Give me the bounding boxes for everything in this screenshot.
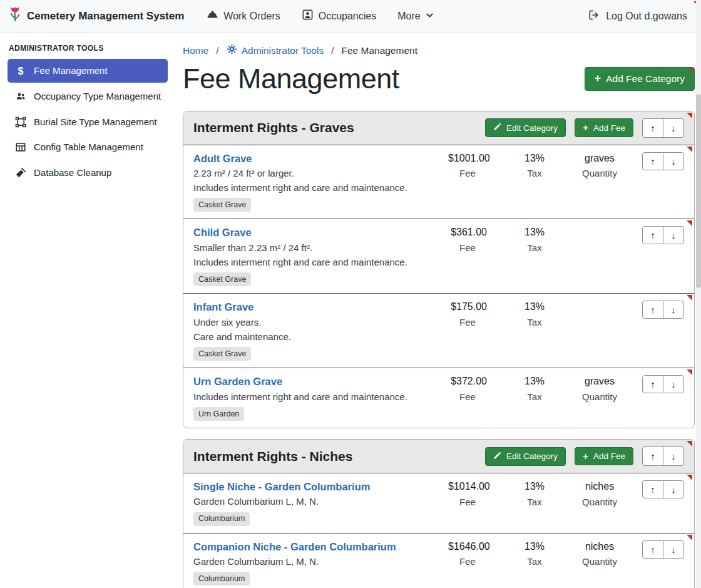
fee-col: $1001.00 Fee bbox=[448, 152, 487, 179]
quantity-col: graves Quantity bbox=[571, 375, 628, 402]
category-actions: Edit Category + Add Fee ↑ ↓ bbox=[485, 446, 684, 466]
fee-label: Fee bbox=[448, 497, 487, 507]
fee-move-down-button[interactable]: ↓ bbox=[663, 301, 684, 319]
fee-details: Companion Niche - Garden Columbarium Gar… bbox=[193, 540, 448, 586]
quantity-label: Quantity bbox=[571, 497, 628, 507]
sidebar-item-occupancy-type-management[interactable]: Occupancy Type Management bbox=[8, 85, 168, 108]
fee-move-down-button[interactable]: ↓ bbox=[663, 226, 684, 244]
tax-value: 13% bbox=[516, 375, 553, 388]
fee-details: Urn Garden Grave Includes interment righ… bbox=[193, 375, 448, 421]
fee-move-down-button[interactable]: ↓ bbox=[663, 480, 684, 498]
category-move-down-button[interactable]: ↓ bbox=[663, 446, 684, 466]
edit-category-button[interactable]: Edit Category bbox=[485, 447, 566, 466]
top-navbar: Cemetery Management System Work Orders O… bbox=[0, 0, 701, 33]
fee-move-up-button[interactable]: ↑ bbox=[642, 152, 663, 170]
fee-label: Fee bbox=[448, 168, 487, 178]
fee-move-down-button[interactable]: ↓ bbox=[663, 152, 684, 170]
category-move-up-button[interactable]: ↑ bbox=[642, 446, 663, 466]
add-fee-category-button[interactable]: + Add Fee Category bbox=[585, 67, 695, 91]
tax-col: 13% Tax bbox=[516, 301, 553, 328]
breadcrumb-admin-tools-link[interactable]: Administrator Tools bbox=[227, 44, 324, 57]
nav-occupancies[interactable]: Occupancies bbox=[302, 9, 377, 23]
fee-amount: $1001.00 bbox=[448, 152, 487, 165]
fee-amount: $361.00 bbox=[448, 226, 487, 239]
fee-move-up-button[interactable]: ↑ bbox=[642, 540, 663, 559]
person-booth-icon bbox=[302, 9, 314, 23]
fee-col: $361.00 Fee bbox=[448, 226, 487, 253]
sidebar-item-burial-site-type-management[interactable]: Burial Site Type Management bbox=[8, 110, 168, 134]
category-header: Interment Rights - Graves Edit Category … bbox=[183, 111, 694, 145]
category-actions: Edit Category + Add Fee ↑ ↓ bbox=[485, 118, 684, 138]
scrollbar-thumb[interactable] bbox=[696, 94, 701, 288]
fee-move-down-button[interactable]: ↓ bbox=[663, 540, 684, 559]
tax-value: 13% bbox=[516, 540, 553, 554]
gear-icon bbox=[227, 44, 237, 57]
fee-details: Adult Grave 2.23 m² / 24 ft² or larger. … bbox=[193, 152, 448, 212]
fee-details: Child Grave Smaller than 2.23 m² / 24 ft… bbox=[193, 226, 448, 286]
admin-sidebar: ADMINISTRATOR TOOLS $ Fee Management Occ… bbox=[0, 33, 175, 588]
fee-reorder-buttons: ↑ ↓ bbox=[642, 152, 684, 170]
fee-name-link[interactable]: Single Niche - Garden Columbarium bbox=[193, 480, 370, 493]
fee-row: Child Grave Smaller than 2.23 m² / 24 ft… bbox=[183, 219, 694, 294]
nav-more[interactable]: More bbox=[397, 11, 433, 22]
fee-name-link[interactable]: Infant Grave bbox=[193, 301, 253, 314]
fee-amount: $1646.00 bbox=[448, 540, 487, 554]
fee-move-up-button[interactable]: ↑ bbox=[642, 480, 663, 498]
fee-move-up-button[interactable]: ↑ bbox=[642, 301, 663, 319]
breadcrumb-current: Fee Management bbox=[342, 45, 418, 56]
category-title: Interment Rights - Graves bbox=[193, 120, 354, 135]
tax-label: Tax bbox=[516, 317, 553, 328]
fee-description-1: Smaller than 2.23 m² / 24 ft². bbox=[193, 242, 438, 254]
sidebar-item-database-cleanup[interactable]: Database Cleanup bbox=[8, 161, 168, 185]
category-cards: Interment Rights - Graves Edit Category … bbox=[183, 111, 695, 588]
fee-label: Fee bbox=[448, 556, 487, 567]
fee-name-link[interactable]: Child Grave bbox=[193, 226, 252, 239]
fee-name-link[interactable]: Companion Niche - Garden Columbarium bbox=[193, 540, 396, 554]
red-corner-marker bbox=[687, 475, 692, 480]
tax-label: Tax bbox=[516, 242, 553, 253]
fee-row: Companion Niche - Garden Columbarium Gar… bbox=[183, 534, 694, 588]
category-move-up-button[interactable]: ↑ bbox=[642, 118, 663, 138]
red-corner-marker bbox=[687, 535, 692, 540]
edit-category-button[interactable]: Edit Category bbox=[485, 118, 566, 137]
red-corner-marker bbox=[687, 369, 692, 375]
plus-icon: + bbox=[583, 451, 588, 462]
app-title: Cemetery Management System bbox=[27, 10, 184, 23]
logout-button[interactable]: Log Out d.gowans bbox=[588, 9, 692, 24]
fee-description-2: Care and maintenance. bbox=[193, 331, 438, 343]
fee-move-up-button[interactable]: ↑ bbox=[642, 226, 663, 244]
nav-work-orders[interactable]: Work Orders bbox=[207, 9, 280, 23]
pencil-icon bbox=[493, 451, 501, 462]
quantity-label: Quantity bbox=[571, 391, 628, 402]
main-content: Home / Administrator Tools / Fee Managem… bbox=[175, 33, 701, 588]
fee-move-down-button[interactable]: ↓ bbox=[663, 375, 684, 393]
sidebar-item-fee-management[interactable]: $ Fee Management bbox=[8, 59, 168, 83]
quantity-col: niches Quantity bbox=[571, 480, 628, 507]
fee-row: Urn Garden Grave Includes interment righ… bbox=[183, 368, 694, 428]
fee-category-card: Interment Rights - Niches Edit Category … bbox=[183, 439, 695, 588]
breadcrumb-home-link[interactable]: Home bbox=[183, 45, 208, 56]
fee-name-link[interactable]: Adult Grave bbox=[193, 152, 252, 165]
fee-name-link[interactable]: Urn Garden Grave bbox=[193, 375, 282, 388]
fee-label: Fee bbox=[448, 317, 487, 328]
breadcrumb: Home / Administrator Tools / Fee Managem… bbox=[183, 44, 695, 57]
quantity-unit: niches bbox=[571, 540, 628, 554]
quantity-label: Quantity bbox=[571, 556, 628, 567]
fee-reorder-buttons: ↑ ↓ bbox=[642, 375, 684, 393]
add-fee-button[interactable]: + Add Fee bbox=[575, 447, 633, 466]
category-move-down-button[interactable]: ↓ bbox=[663, 118, 684, 138]
app-brand[interactable]: Cemetery Management System bbox=[9, 6, 184, 26]
tax-col: 13% Tax bbox=[516, 375, 553, 402]
sidebar-item-config-table-management[interactable]: Config Table Management bbox=[8, 135, 168, 159]
dollar-icon: $ bbox=[14, 65, 28, 77]
add-fee-button[interactable]: + Add Fee bbox=[575, 118, 633, 137]
quantity-unit: graves bbox=[571, 152, 628, 165]
sidebar-heading: ADMINISTRATOR TOOLS bbox=[9, 44, 166, 53]
fee-rows: Adult Grave 2.23 m² / 24 ft² or larger. … bbox=[183, 145, 694, 428]
fee-col: $372.00 Fee bbox=[448, 375, 487, 402]
vector-square-icon bbox=[14, 116, 28, 128]
quantity-unit: niches bbox=[571, 480, 628, 493]
fee-move-up-button[interactable]: ↑ bbox=[642, 375, 663, 393]
tax-label: Tax bbox=[516, 556, 553, 567]
page-scrollbar[interactable] bbox=[696, 0, 701, 588]
